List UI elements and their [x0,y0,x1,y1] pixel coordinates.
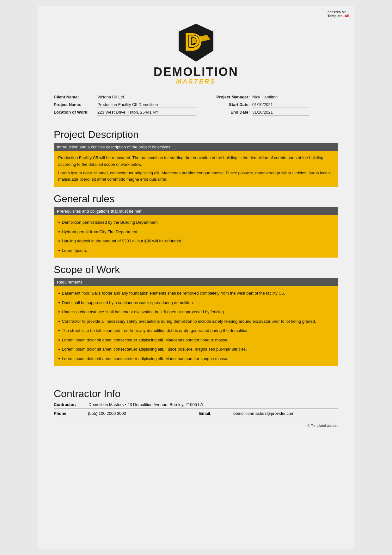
list-item: • Lorem ipsum dolor sit amet, consectetu… [58,335,334,345]
templatelab-name: TemplateLAB [328,14,350,18]
scope-item-1: Basement floor, walls footer and any fou… [62,290,285,296]
list-item: • The street is to be left clean and fre… [58,326,334,335]
general-rules-item-4: Lorem Ipsum. [62,247,87,254]
logo-area: D D D DEMOLITION MASTERS [54,22,338,85]
phone-field: Phone: (555) 100 2000 3000 [54,411,193,416]
start-date-row: Start Date: 01/10/2021 [205,102,309,108]
client-name-value: Victoria Oil Ltd [97,95,196,100]
general-rules-item-3: Hauling deposit in the amount of $200 al… [62,238,182,244]
bullet-icon: • [58,300,60,306]
info-left: Client Name: Victoria Oil Ltd Project Na… [54,95,196,115]
contractor-value: Demolition Masters • 43 Demolition Avenu… [89,402,338,407]
email-label: Email: [199,411,231,416]
general-rules-list: • Demolition permit issued by the Buildi… [54,215,338,258]
bullet-icon: • [58,247,60,253]
general-rules-title: General rules [54,193,338,205]
company-logo-icon: D D D [177,22,215,63]
scope-item-8: Lorem ipsum dolor sit amet, consectetuer… [62,356,229,362]
project-description-section: Project Description Introduction and a c… [54,129,338,187]
list-item: • Lorem ipsum dolor sit amet, consectetu… [58,354,334,364]
scope-item-4: Contractor to provide all necessary safe… [62,318,316,325]
contractor-row: Contractor: Demolition Masters • 43 Demo… [54,402,338,408]
list-item: • Under no circumstance shall basement e… [58,307,334,317]
list-item: • Demolition permit issued by the Buildi… [58,218,334,227]
project-name-value: Production Facility C5 Demolition [97,102,196,108]
scope-of-work-list: • Basement floor, walls footer and any f… [54,286,338,366]
bullet-icon: • [58,309,60,315]
footer-credit: © TemplateLab.com [54,424,338,427]
list-item: • Basement floor, walls footer and any f… [58,289,334,298]
svg-text:D: D [188,32,200,50]
created-by-label: CREATED BY [328,11,350,14]
general-rules-item-1: Demolition permit issued by the Building… [62,219,158,226]
bullet-icon: • [58,318,60,324]
bullet-icon: • [58,337,60,343]
bullet-icon: • [58,238,60,244]
contractor-contact-row: Phone: (555) 100 2000 3000 Email: demoli… [54,411,338,417]
project-name-label: Project Name: [54,102,95,107]
list-item: • Contractor to provide all necessary sa… [58,317,334,326]
list-item: • Lorem Ipsum. [58,246,334,255]
project-description-body: Production Facility C5 will be renovated… [54,151,338,187]
page: CREATED BY TemplateLAB D D D DEMOLITION … [38,6,354,549]
scope-of-work-section: Scope of Work Requirements • Basement fl… [54,264,338,366]
bullet-icon: • [58,290,60,296]
info-table: Client Name: Victoria Oil Ltd Project Na… [54,95,338,119]
scope-item-6: Lorem ipsum dolor sit amet, consectetuer… [62,337,229,343]
project-description-header-bar: Introduction and a concise description o… [54,143,338,151]
general-rules-section: General rules Prerequisites and obligati… [54,193,338,258]
lab-text: LAB [342,14,350,18]
bullet-icon: • [58,219,60,225]
list-item: • Dust shall be suppressed by a continuo… [58,298,334,308]
client-name-row: Client Name: Victoria Oil Ltd [54,95,196,100]
contractor-info-section: Contractor Info Contractor: Demolition M… [54,388,338,417]
scope-of-work-title: Scope of Work [54,264,338,276]
start-date-label: Start Date: [205,102,250,107]
email-value: demolitionmasters@provider.com [233,411,338,416]
location-value: 223 West Drive, Triton, 25441 NY [97,110,196,115]
manager-label: Project Manager: [205,95,250,99]
general-rules-header-bar: Prerequisites and obligations that must … [54,207,338,215]
end-date-row: End Date: 31/10/2021 [205,110,309,115]
scope-item-7: Lorem ipsum dolor sit amet, consectetuer… [62,346,247,352]
location-label: Location of Work: [54,110,95,115]
info-right: Project Manager: Nick Hamilton Start Dat… [196,95,338,115]
bullet-icon: • [58,346,60,352]
project-name-row: Project Name: Production Facility C5 Dem… [54,102,196,108]
location-row: Location of Work: 223 West Drive, Triton… [54,110,196,115]
list-item: • Hauling deposit in the amount of $200 … [58,236,334,246]
bullet-icon: • [58,327,60,334]
contractor-info-title: Contractor Info [54,388,338,400]
project-description-title: Project Description [54,129,338,140]
list-item: • Hydrant permit from City Fire Departme… [58,227,334,237]
list-item: • Lorem ipsum dolor sit amet, consectetu… [58,345,334,354]
company-subtitle: MASTERS [176,78,216,85]
scope-item-2: Dust shall be suppressed by a continuous… [62,300,194,306]
email-field: Email: demolitionmasters@provider.com [199,411,338,416]
client-name-label: Client Name: [54,95,95,99]
project-description-p2: Lorem ipsum dolor sit amet, consectetuer… [58,170,334,183]
start-date-value: 01/10/2021 [252,102,309,108]
general-rules-item-2: Hydrant permit from City Fire Department… [62,229,138,235]
end-date-value: 31/10/2021 [252,110,309,115]
templatelab-logo: CREATED BY TemplateLAB [328,11,350,18]
scope-of-work-header-bar: Requirements [54,278,338,286]
scope-item-3: Under no circumstance shall basement exc… [62,309,225,315]
phone-label: Phone: [54,411,85,416]
bullet-icon: • [58,229,60,235]
contractor-label: Contractor: [54,402,85,407]
bullet-icon: • [58,356,60,362]
phone-value: (555) 100 2000 3000 [88,411,193,416]
scope-item-5: The street is to be left clean and free … [62,327,250,334]
company-name: DEMOLITION [154,66,239,78]
manager-value: Nick Hamilton [252,95,309,100]
end-date-label: End Date: [205,110,250,115]
manager-row: Project Manager: Nick Hamilton [205,95,309,100]
project-description-p1: Production Facility C5 will be renovated… [58,155,334,168]
